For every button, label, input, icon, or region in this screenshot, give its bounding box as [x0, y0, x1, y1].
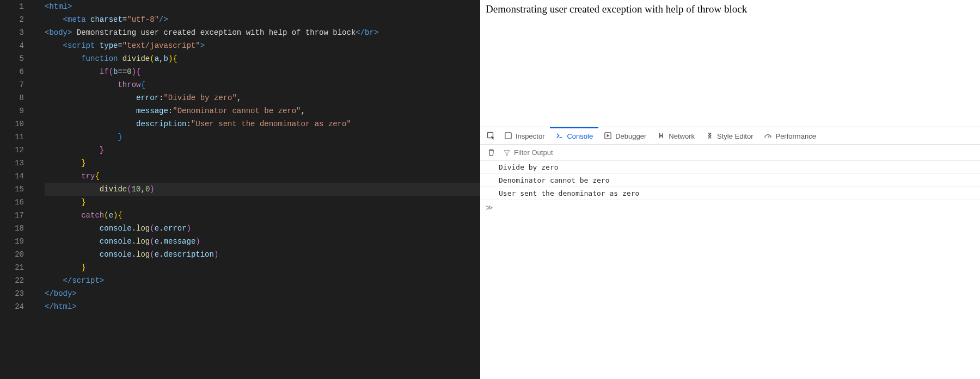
- tab-label: Style Editor: [717, 132, 753, 140]
- tab-performance[interactable]: Performance: [758, 127, 821, 144]
- line-number: 22: [0, 274, 24, 287]
- console-icon: [555, 132, 564, 141]
- tab-inspector[interactable]: Inspector: [499, 127, 550, 144]
- line-number: 1: [0, 0, 24, 13]
- line-number: 9: [0, 104, 24, 117]
- svg-rect-1: [505, 132, 511, 138]
- code-line[interactable]: <meta charset="utf-8"/>: [45, 13, 480, 26]
- inspector-icon: [504, 132, 512, 141]
- line-number: 21: [0, 261, 24, 274]
- tab-style[interactable]: Style Editor: [700, 127, 758, 144]
- tab-label: Debugger: [615, 132, 646, 140]
- line-number: 13: [0, 157, 24, 170]
- console-log-row: Denominator cannot be zero: [480, 174, 980, 187]
- line-number: 2: [0, 13, 24, 26]
- funnel-icon: [503, 149, 511, 157]
- line-number: 20: [0, 248, 24, 261]
- line-number: 6: [0, 65, 24, 78]
- line-number: 5: [0, 52, 24, 65]
- code-line[interactable]: throw{: [45, 78, 480, 91]
- console-filter[interactable]: [503, 148, 977, 157]
- line-number-gutter: 123456789101112131415161718192021222324: [0, 0, 34, 379]
- line-number: 17: [0, 209, 24, 222]
- tab-label: Performance: [775, 132, 816, 140]
- code-line[interactable]: </html>: [45, 300, 480, 313]
- clear-console-icon[interactable]: [483, 145, 499, 160]
- tab-label: Console: [567, 132, 593, 140]
- console-output: Divide by zeroDenominator cannot be zero…: [480, 161, 980, 200]
- code-line[interactable]: }: [45, 131, 480, 144]
- line-number: 10: [0, 117, 24, 131]
- console-log-row: User sent the denominator as zero: [480, 187, 980, 200]
- code-line[interactable]: try{: [45, 170, 480, 183]
- code-line[interactable]: console.log(e.description): [45, 248, 480, 261]
- code-line[interactable]: }: [45, 157, 480, 170]
- line-number: 3: [0, 26, 24, 39]
- console-prompt[interactable]: ≫: [480, 200, 980, 215]
- style-icon: [706, 132, 714, 141]
- line-number: 24: [0, 300, 24, 313]
- line-number: 8: [0, 91, 24, 104]
- tab-label: Inspector: [516, 132, 544, 140]
- code-line[interactable]: divide(10,0): [45, 183, 480, 196]
- console-toolbar: [480, 145, 980, 161]
- code-line[interactable]: }: [45, 261, 480, 274]
- devtools-tabbar: InspectorConsoleDebuggerNetworkStyle Edi…: [480, 127, 980, 145]
- code-line[interactable]: }: [45, 144, 480, 157]
- code-editor[interactable]: 123456789101112131415161718192021222324 …: [0, 0, 480, 379]
- code-line[interactable]: description:"User sent the denominator a…: [45, 117, 480, 131]
- console-filter-input[interactable]: [514, 148, 977, 157]
- line-number: 11: [0, 131, 24, 144]
- code-line[interactable]: message:"Denominator cannot be zero",: [45, 104, 480, 117]
- line-number: 14: [0, 170, 24, 183]
- tab-network[interactable]: Network: [652, 127, 700, 144]
- line-number: 23: [0, 287, 24, 300]
- devtools-panel: InspectorConsoleDebuggerNetworkStyle Edi…: [480, 127, 980, 379]
- line-number: 7: [0, 78, 24, 91]
- code-line[interactable]: console.log(e.error): [45, 222, 480, 235]
- line-number: 15: [0, 183, 24, 196]
- code-line[interactable]: console.log(e.message): [45, 235, 480, 248]
- page-body-text: Demonstrating user created exception wit…: [480, 0, 980, 127]
- code-line[interactable]: if(b==0){: [45, 65, 480, 78]
- line-number: 18: [0, 222, 24, 235]
- code-line[interactable]: <body> Demonstrating user created except…: [45, 26, 480, 39]
- performance-icon: [764, 132, 772, 141]
- network-icon: [657, 132, 665, 141]
- tab-label: Network: [669, 132, 695, 140]
- code-line[interactable]: function divide(a,b){: [45, 52, 480, 65]
- code-line[interactable]: </script>: [45, 274, 480, 287]
- code-line[interactable]: }: [45, 196, 480, 209]
- code-line[interactable]: catch(e){: [45, 209, 480, 222]
- browser-pane: Demonstrating user created exception wit…: [480, 0, 980, 379]
- line-number: 4: [0, 39, 24, 52]
- line-number: 16: [0, 196, 24, 209]
- debugger-icon: [604, 132, 612, 141]
- line-number: 19: [0, 235, 24, 248]
- code-content[interactable]: <html> <meta charset="utf-8"/><body> Dem…: [34, 0, 480, 379]
- console-log-row: Divide by zero: [480, 161, 980, 174]
- element-picker-icon[interactable]: [483, 128, 499, 144]
- code-line[interactable]: </body>: [45, 287, 480, 300]
- code-line[interactable]: error:"Divide by zero",: [45, 91, 480, 104]
- code-line[interactable]: <script type="text/javascript">: [45, 39, 480, 52]
- code-line[interactable]: <html>: [45, 0, 480, 13]
- tab-debugger[interactable]: Debugger: [598, 127, 652, 144]
- line-number: 12: [0, 144, 24, 157]
- tab-console[interactable]: Console: [550, 127, 598, 144]
